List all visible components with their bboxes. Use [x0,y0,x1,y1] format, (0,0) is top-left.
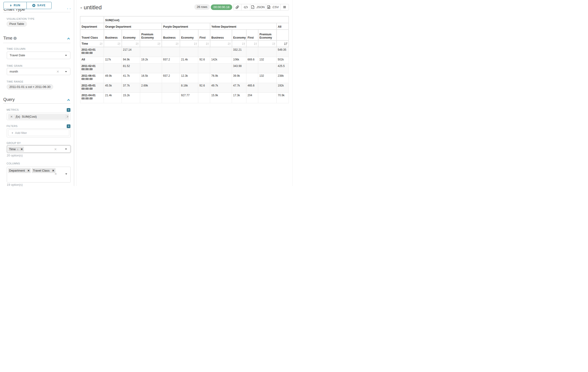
svg-text:</>: </> [252,7,254,8]
